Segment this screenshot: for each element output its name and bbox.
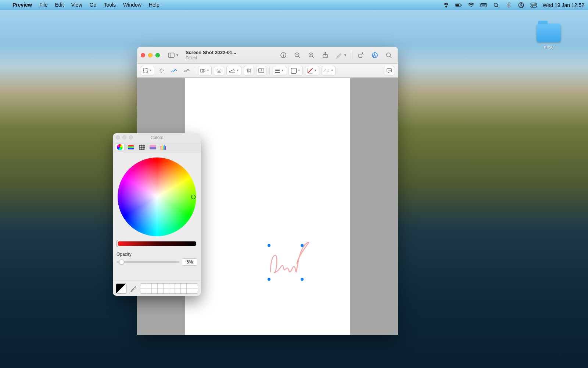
border-color-swatch <box>291 68 297 74</box>
no-fill-swatch <box>307 68 313 74</box>
svg-rect-36 <box>144 68 148 72</box>
document-subtitle: Edited <box>186 56 236 60</box>
menu-window[interactable]: Window <box>119 0 145 10</box>
sign-button[interactable]: ▼ <box>226 66 241 75</box>
info-button[interactable] <box>278 50 289 60</box>
colors-titlebar[interactable]: Colors <box>113 133 201 142</box>
panel-close-button[interactable] <box>116 135 120 139</box>
menu-edit[interactable]: Edit <box>51 0 68 10</box>
battery-icon[interactable] <box>455 2 462 8</box>
border-color-button[interactable]: ▼ <box>288 66 303 75</box>
current-color-swatch[interactable] <box>116 283 127 294</box>
menu-file[interactable]: File <box>36 0 51 10</box>
pencils-icon <box>161 145 167 150</box>
menu-go[interactable]: Go <box>86 0 100 10</box>
preview-toolbar: ▼ Screen Shot 2022-01... Edited ▼ <box>137 47 398 64</box>
image-tab[interactable] <box>148 144 158 151</box>
signature-annotation[interactable] <box>269 245 302 279</box>
panel-minimize-button[interactable] <box>122 135 126 139</box>
svg-point-7 <box>483 4 484 5</box>
svg-point-10 <box>494 3 497 6</box>
highlight-button[interactable]: ▼ <box>334 50 349 60</box>
opacity-value-field[interactable]: 6% <box>182 258 197 266</box>
menu-view[interactable]: View <box>68 0 86 10</box>
saved-swatches[interactable] <box>140 283 198 294</box>
toolbar-separator <box>352 51 352 59</box>
svg-point-8 <box>484 4 485 5</box>
menubar-clock[interactable]: Wed 19 Jan 12:52 <box>543 2 584 8</box>
control-center-icon[interactable] <box>530 2 537 8</box>
sidebar-toggle-button[interactable]: ▼ <box>166 50 181 60</box>
resize-handle[interactable] <box>301 278 304 281</box>
panel-zoom-button[interactable] <box>129 135 133 139</box>
spotlight-icon[interactable] <box>493 2 499 8</box>
desktop-folder-misc[interactable]: misc <box>534 24 563 50</box>
opacity-slider[interactable] <box>116 261 180 263</box>
folder-label: misc <box>534 44 563 50</box>
dropbox-icon[interactable] <box>443 2 449 8</box>
svg-rect-3 <box>481 3 487 7</box>
svg-rect-2 <box>461 4 461 6</box>
svg-point-34 <box>387 53 391 57</box>
close-button[interactable] <box>141 53 145 57</box>
zoom-in-button[interactable] <box>306 50 317 60</box>
adjust-color-button[interactable] <box>244 66 254 75</box>
keyboard-icon[interactable] <box>480 2 487 8</box>
minimize-button[interactable] <box>148 53 153 57</box>
svg-point-52 <box>247 69 248 70</box>
search-button[interactable] <box>383 50 394 60</box>
wheel-tab[interactable] <box>115 144 125 151</box>
svg-line-27 <box>312 56 314 58</box>
selection-tool-button[interactable]: ▼ <box>141 66 154 75</box>
app-menu[interactable]: Preview <box>9 0 36 10</box>
chevron-down-icon: ▼ <box>314 69 317 72</box>
colors-footer <box>113 280 201 296</box>
rotate-button[interactable] <box>355 50 366 60</box>
share-button[interactable] <box>320 50 331 60</box>
color-wheel-cursor[interactable] <box>191 195 196 199</box>
palette-icon <box>139 145 145 150</box>
fill-color-button[interactable]: ▼ <box>305 66 319 75</box>
svg-rect-1 <box>456 4 459 6</box>
resize-handle[interactable] <box>268 244 270 247</box>
bluetooth-off-icon[interactable] <box>505 2 512 8</box>
resize-handle[interactable] <box>301 244 304 247</box>
draw-tool-button[interactable] <box>182 66 192 75</box>
panel-title: Colors <box>151 135 164 140</box>
signature-stroke <box>264 240 317 283</box>
shapes-button[interactable]: ▼ <box>198 66 212 75</box>
sliders-tab[interactable] <box>126 144 136 151</box>
adjust-size-button[interactable] <box>256 66 266 75</box>
color-wheel[interactable] <box>118 158 196 236</box>
wifi-icon[interactable] <box>468 2 474 8</box>
document-page[interactable] <box>185 78 350 335</box>
menu-help[interactable]: Help <box>145 0 163 10</box>
svg-rect-55 <box>259 69 264 72</box>
palettes-tab[interactable] <box>137 144 147 151</box>
sketch-tool-button[interactable] <box>169 66 179 75</box>
eyedropper-button[interactable] <box>130 285 137 292</box>
brightness-knob[interactable] <box>116 240 118 247</box>
svg-rect-14 <box>531 3 537 5</box>
markup-toggle-button[interactable] <box>369 50 380 60</box>
menu-tools[interactable]: Tools <box>100 0 119 10</box>
pencils-tab[interactable] <box>159 144 169 151</box>
user-icon[interactable] <box>518 2 524 8</box>
line-weight-button[interactable]: ▼ <box>273 66 286 75</box>
svg-point-15 <box>534 3 535 4</box>
annotate-description-button[interactable] <box>384 66 394 75</box>
svg-line-44 <box>160 71 161 72</box>
instant-alpha-button[interactable] <box>157 66 167 75</box>
text-style-button[interactable]: Aa ▼ <box>322 66 336 75</box>
chevron-down-icon: ▼ <box>149 69 152 72</box>
text-tool-button[interactable] <box>214 66 224 75</box>
toolbar-separator <box>269 67 270 74</box>
zoom-out-button[interactable] <box>292 50 303 60</box>
brightness-slider[interactable] <box>118 241 196 246</box>
resize-handle[interactable] <box>268 278 270 281</box>
svg-rect-22 <box>283 55 284 57</box>
zoom-button[interactable] <box>155 53 160 57</box>
colors-picker-tabs <box>113 142 201 152</box>
opacity-label: Opacity <box>116 252 197 257</box>
opacity-knob[interactable] <box>119 259 124 265</box>
